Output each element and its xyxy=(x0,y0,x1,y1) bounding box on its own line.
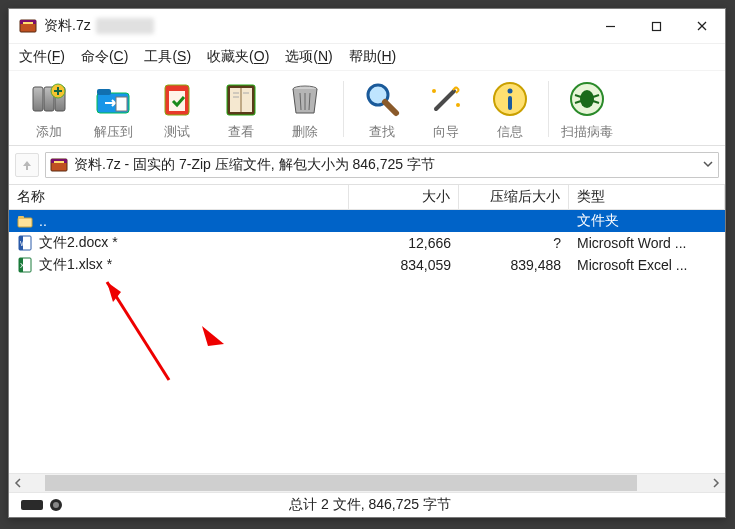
up-button[interactable] xyxy=(15,153,39,177)
scroll-track[interactable] xyxy=(45,475,689,491)
bug-icon xyxy=(565,77,609,121)
file-packed: ? xyxy=(459,235,569,251)
horizontal-scrollbar[interactable] xyxy=(9,473,725,492)
wand-icon xyxy=(424,77,468,121)
file-type: Microsoft Excel ... xyxy=(569,257,725,273)
svg-rect-14 xyxy=(97,89,111,95)
status-icon xyxy=(15,496,75,514)
file-type: 文件夹 xyxy=(569,212,725,230)
title-redacted xyxy=(96,18,154,34)
scroll-thumb[interactable] xyxy=(45,475,637,491)
clipboard-check-icon xyxy=(155,77,199,121)
menu-tools[interactable]: 工具(S) xyxy=(144,48,191,66)
title-bar[interactable]: 资料.7z xyxy=(9,9,725,44)
toolbar: 添加 解压到 测试 查看 删除 查找 xyxy=(9,71,725,146)
svg-rect-44 xyxy=(54,161,64,163)
toolbar-delete[interactable]: 删除 xyxy=(273,77,337,141)
scroll-right-icon[interactable] xyxy=(707,474,725,492)
toolbar-test[interactable]: 测试 xyxy=(145,77,209,141)
svg-text:X: X xyxy=(20,262,25,269)
col-size[interactable]: 大小 xyxy=(349,185,459,209)
annotation-arrow xyxy=(194,320,234,360)
column-headers: 名称 大小 压缩后大小 类型 xyxy=(9,185,725,210)
toolbar-wizard[interactable]: 向导 xyxy=(414,77,478,141)
svg-rect-56 xyxy=(21,500,43,510)
file-name: 文件2.docx * xyxy=(39,234,118,252)
table-row[interactable]: ..文件夹 xyxy=(9,210,725,232)
stack-icon xyxy=(27,77,71,121)
svg-point-37 xyxy=(580,90,594,108)
table-row[interactable]: W文件2.docx *12,666?Microsoft Word ... xyxy=(9,232,725,254)
toolbar-separator xyxy=(343,81,344,137)
toolbar-scan[interactable]: 扫描病毒 xyxy=(555,77,619,141)
svg-line-30 xyxy=(436,91,454,109)
toolbar-view[interactable]: 查看 xyxy=(209,77,273,141)
svg-rect-17 xyxy=(169,91,185,111)
close-button[interactable] xyxy=(679,9,725,43)
svg-point-32 xyxy=(456,103,460,107)
menu-options[interactable]: 选项(N) xyxy=(285,48,332,66)
trash-icon xyxy=(283,77,327,121)
col-type[interactable]: 类型 xyxy=(569,185,725,209)
col-packed[interactable]: 压缩后大小 xyxy=(459,185,569,209)
magnifier-icon xyxy=(360,77,404,121)
toolbar-info[interactable]: 信息 xyxy=(478,77,542,141)
list-body[interactable]: ..文件夹W文件2.docx *12,666?Microsoft Word ..… xyxy=(9,210,725,473)
menu-file[interactable]: 文件(F) xyxy=(19,48,65,66)
file-size: 834,059 xyxy=(349,257,459,273)
address-bar: 资料.7z - 固实的 7-Zip 压缩文件, 解包大小为 846,725 字节 xyxy=(9,146,725,185)
menu-commands[interactable]: 命令(C) xyxy=(81,48,128,66)
app-window: 资料.7z 文件(F) 命令(C) 工具(S) 收藏夹(O) 选项(N) 帮助(… xyxy=(8,8,726,518)
status-bar: 总计 2 文件, 846,725 字节 xyxy=(9,492,725,517)
folder-out-icon xyxy=(91,77,135,121)
annotation-arrow xyxy=(89,270,189,390)
svg-rect-46 xyxy=(18,216,24,219)
svg-line-53 xyxy=(107,282,169,380)
table-row[interactable]: X文件1.xlsx *834,059839,488Microsoft Excel… xyxy=(9,254,725,276)
svg-rect-15 xyxy=(116,97,127,111)
svg-line-29 xyxy=(385,102,396,113)
scroll-left-icon[interactable] xyxy=(9,474,27,492)
file-type: Microsoft Word ... xyxy=(569,235,725,251)
toolbar-add[interactable]: 添加 xyxy=(17,77,81,141)
svg-point-58 xyxy=(53,502,59,508)
status-text: 总计 2 文件, 846,725 字节 xyxy=(75,496,665,514)
svg-rect-7 xyxy=(33,87,43,111)
menu-help[interactable]: 帮助(H) xyxy=(349,48,396,66)
toolbar-extract[interactable]: 解压到 xyxy=(81,77,145,141)
window-title: 资料.7z xyxy=(44,17,91,35)
svg-text:W: W xyxy=(20,240,27,247)
app-icon xyxy=(19,17,37,35)
svg-rect-4 xyxy=(652,22,660,30)
file-packed: 839,488 xyxy=(459,257,569,273)
dropdown-icon[interactable] xyxy=(700,156,716,175)
maximize-button[interactable] xyxy=(633,9,679,43)
folder-icon xyxy=(17,213,33,229)
minimize-button[interactable] xyxy=(587,9,633,43)
address-text: 资料.7z - 固实的 7-Zip 压缩文件, 解包大小为 846,725 字节 xyxy=(74,156,435,174)
file-name: .. xyxy=(39,213,47,229)
toolbar-find[interactable]: 查找 xyxy=(350,77,414,141)
svg-point-31 xyxy=(432,89,436,93)
col-name[interactable]: 名称 xyxy=(9,185,349,209)
svg-marker-55 xyxy=(202,326,224,346)
docx-icon: W xyxy=(17,235,33,251)
info-icon xyxy=(488,77,532,121)
file-name: 文件1.xlsx * xyxy=(39,256,112,274)
xlsx-icon: X xyxy=(17,257,33,273)
file-size: 12,666 xyxy=(349,235,459,251)
book-icon xyxy=(219,77,263,121)
svg-marker-54 xyxy=(107,282,121,302)
svg-rect-2 xyxy=(23,22,33,24)
svg-point-34 xyxy=(508,89,513,94)
archive-icon xyxy=(50,156,68,174)
svg-rect-45 xyxy=(18,218,32,227)
svg-rect-35 xyxy=(508,96,512,110)
menu-bar: 文件(F) 命令(C) 工具(S) 收藏夹(O) 选项(N) 帮助(H) xyxy=(9,44,725,71)
toolbar-separator xyxy=(548,81,549,137)
file-list: 名称 大小 压缩后大小 类型 ..文件夹W文件2.docx *12,666?Mi… xyxy=(9,185,725,473)
menu-favorites[interactable]: 收藏夹(O) xyxy=(207,48,269,66)
address-field[interactable]: 资料.7z - 固实的 7-Zip 压缩文件, 解包大小为 846,725 字节 xyxy=(45,152,719,178)
